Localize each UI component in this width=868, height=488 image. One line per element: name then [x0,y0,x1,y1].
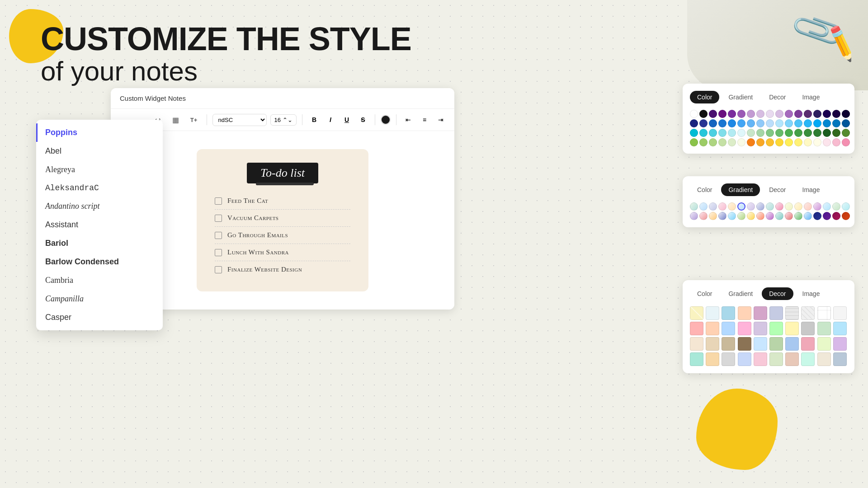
decor-swatch[interactable] [769,337,783,351]
color-swatch[interactable] [709,138,717,146]
gradient-swatch[interactable] [747,212,755,220]
underline-button[interactable]: U [340,113,353,126]
gradient-swatch[interactable] [718,212,726,220]
todo-checkbox-2[interactable] [215,215,222,222]
gradient-swatch[interactable] [775,212,783,220]
align-left-button[interactable]: ⇤ [402,113,415,126]
color-swatch[interactable] [728,129,736,137]
color-swatch[interactable] [699,138,708,146]
strikethrough-button[interactable]: S [357,113,369,126]
color-swatch[interactable] [813,129,821,137]
gradient-swatch[interactable] [842,202,850,211]
color-swatch[interactable] [690,110,698,118]
decor-swatch[interactable] [817,337,831,351]
color-swatch[interactable] [699,110,708,118]
color-swatch[interactable] [813,138,821,146]
gradient-swatch[interactable] [804,212,812,220]
resize-icon[interactable]: T+ [187,113,201,127]
color-swatch[interactable] [794,129,802,137]
italic-button[interactable]: I [324,113,337,126]
decor-swatch[interactable] [722,352,735,366]
color-swatch[interactable] [794,110,802,118]
gradient-swatch[interactable] [832,202,840,211]
color-swatch[interactable] [832,129,840,137]
color-swatch[interactable] [737,119,745,127]
tab-image-3[interactable]: Image [795,287,827,300]
tab-decor-1[interactable]: Decor [762,91,793,103]
color-swatch[interactable] [832,138,840,146]
pattern-icon[interactable]: ▦ [169,113,183,127]
tab-image-1[interactable]: Image [795,91,827,103]
decor-swatch[interactable] [754,352,767,366]
color-swatch[interactable] [718,119,726,127]
decor-swatch[interactable] [690,306,703,320]
gradient-swatch[interactable] [728,212,736,220]
tab-gradient-1[interactable]: Gradient [721,91,760,103]
decor-swatch[interactable] [833,352,847,366]
color-swatch[interactable] [832,110,840,118]
decor-swatch[interactable] [833,306,847,320]
color-swatch[interactable] [823,110,831,118]
color-swatch[interactable] [766,110,774,118]
color-swatch[interactable] [718,138,726,146]
decor-swatch[interactable] [738,306,751,320]
decor-swatch[interactable] [690,352,703,366]
gradient-swatch[interactable] [766,212,774,220]
gradient-swatch[interactable] [832,212,840,220]
color-swatch[interactable] [699,129,708,137]
gradient-swatch[interactable] [699,212,708,220]
color-swatch[interactable] [804,119,812,127]
color-swatch[interactable] [842,138,850,146]
decor-swatch[interactable] [738,352,751,366]
align-center-button[interactable]: ≡ [418,113,431,126]
decor-swatch[interactable] [754,322,767,335]
color-swatch[interactable] [775,119,783,127]
decor-swatch[interactable] [785,306,799,320]
decor-swatch[interactable] [738,322,751,335]
gradient-swatch[interactable] [794,212,802,220]
tab-decor-3[interactable]: Decor [762,287,793,300]
color-swatch[interactable] [785,110,793,118]
color-swatch[interactable] [690,119,698,127]
decor-swatch[interactable] [785,352,799,366]
decor-swatch[interactable] [769,322,783,335]
color-swatch[interactable] [718,129,726,137]
color-swatch[interactable] [737,138,745,146]
color-swatch[interactable] [728,138,736,146]
decor-swatch[interactable] [706,352,719,366]
decor-swatch[interactable] [801,322,815,335]
color-swatch[interactable] [709,119,717,127]
tab-decor-2[interactable]: Decor [762,183,793,196]
gradient-swatch[interactable] [785,212,793,220]
color-swatch[interactable] [756,129,764,137]
font-item-poppins[interactable]: Poppins [36,123,163,142]
color-swatch[interactable] [728,119,736,127]
decor-swatch[interactable] [833,322,847,335]
color-swatch[interactable] [737,110,745,118]
font-item-bariol[interactable]: Bariol [36,234,163,253]
gradient-swatch[interactable] [775,202,783,211]
font-item-cambria[interactable]: Cambria [36,271,163,290]
decor-swatch[interactable] [722,306,735,320]
color-swatch[interactable] [823,119,831,127]
gradient-swatch[interactable] [794,202,802,211]
color-swatch[interactable] [775,138,783,146]
decor-swatch[interactable] [690,322,703,335]
gradient-swatch[interactable] [728,202,736,211]
color-swatch[interactable] [728,110,736,118]
gradient-swatch[interactable] [785,202,793,211]
color-swatch[interactable] [747,129,755,137]
color-swatch[interactable] [699,119,708,127]
decor-swatch[interactable] [817,306,831,320]
font-item-campanilla[interactable]: Campanilla [36,290,163,308]
decor-swatch[interactable] [817,322,831,335]
color-swatch[interactable] [794,119,802,127]
font-size-arrows[interactable]: ⌃⌄ [283,117,292,123]
color-swatch[interactable] [766,119,774,127]
color-swatch[interactable] [756,110,764,118]
gradient-swatch[interactable] [737,202,745,211]
color-swatch[interactable] [709,129,717,137]
gradient-swatch[interactable] [804,202,812,211]
color-swatch[interactable] [747,110,755,118]
gradient-swatch[interactable] [699,202,708,211]
